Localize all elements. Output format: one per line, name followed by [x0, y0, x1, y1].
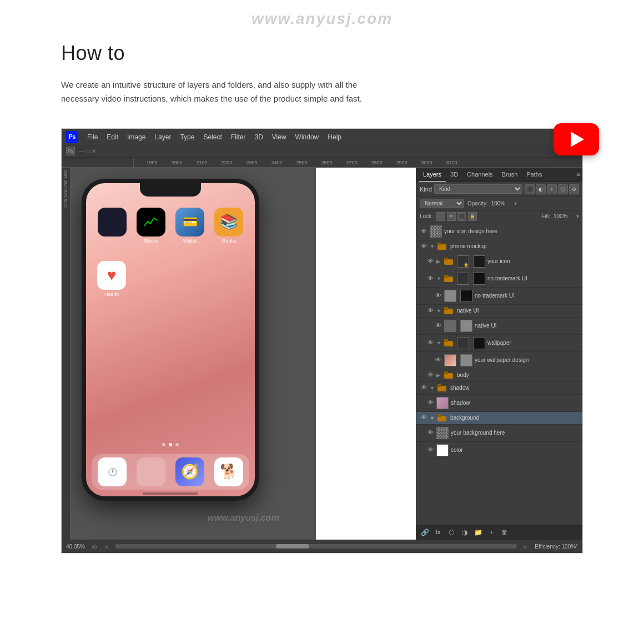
menu-view[interactable]: View	[269, 132, 290, 142]
eye-icon-15[interactable]: 👁	[426, 446, 434, 454]
expand-arrow-6[interactable]: ▼	[436, 308, 442, 314]
eye-icon-5[interactable]: 👁	[434, 292, 442, 300]
layer-name-shadow-folder: shadow	[450, 385, 579, 391]
lock-pixel-btn[interactable]: ⬚	[436, 212, 445, 221]
kind-vector-icon[interactable]: ⬡	[558, 184, 568, 194]
layer-phone-mockup[interactable]: 👁 ▼ phone mockup	[416, 240, 582, 253]
layer-color[interactable]: 👁 color	[416, 442, 582, 459]
kind-type-icon[interactable]: T	[547, 184, 557, 194]
panel-menu-icon[interactable]: ≡	[576, 170, 580, 178]
expand-arrow-4[interactable]: ▼	[436, 276, 442, 281]
play-icon	[571, 132, 584, 147]
folder-icon-4	[444, 275, 453, 282]
tab-channels[interactable]: Channels	[462, 168, 497, 182]
layer-thumb-9a	[444, 354, 456, 366]
layer-native-ui-folder[interactable]: 👁 ▼ native UI	[416, 305, 582, 318]
window-controls: — □ ✕	[79, 148, 96, 154]
fill-label: Fill:	[541, 213, 550, 219]
expand-arrow-10[interactable]: ▶	[436, 373, 442, 378]
layer-native-ui[interactable]: 👁 native UI	[416, 318, 582, 335]
svg-rect-1	[437, 243, 441, 245]
menu-layer[interactable]: Layer	[151, 132, 174, 142]
menu-edit[interactable]: Edit	[103, 132, 122, 142]
layer-body-folder[interactable]: 👁 ▶ body	[416, 369, 582, 382]
eye-icon-6[interactable]: 👁	[426, 307, 434, 315]
eye-icon-3[interactable]: 👁	[426, 258, 434, 265]
kind-select[interactable]: Kind	[434, 184, 522, 194]
menu-window[interactable]: Window	[292, 132, 323, 142]
folder-icon-11	[437, 384, 446, 391]
expand-arrow-2[interactable]: ▼	[430, 244, 435, 249]
kind-adjust-icon[interactable]: ◐	[536, 184, 546, 194]
lock-icons: ⬚ ✛ ⬛ 🔒	[436, 212, 477, 221]
layer-your-icon[interactable]: 👁 ▶ 🔒 your icon	[416, 253, 582, 270]
ps-tool-icon[interactable]: Ps	[66, 147, 75, 155]
ps-menubar: Ps File Edit Image Layer Type Select Fil…	[62, 129, 582, 145]
menu-file[interactable]: File	[84, 132, 101, 142]
status-zoom: 40,05%	[66, 544, 85, 550]
blend-mode-select[interactable]: Normal	[420, 199, 464, 208]
youtube-play-button[interactable]	[554, 123, 599, 155]
eye-icon-13[interactable]: 👁	[420, 414, 427, 422]
expand-arrow-8[interactable]: ▼	[436, 340, 442, 346]
kind-pixel-icon[interactable]: ⬛	[525, 184, 535, 194]
layer-no-trademark-folder[interactable]: 👁 ▼ no trademark UI	[416, 270, 582, 288]
lock-artboard-btn[interactable]: ⬛	[457, 212, 466, 221]
layer-no-trademark[interactable]: 👁 no trademark UI	[416, 288, 582, 305]
eye-icon-4[interactable]: 👁	[426, 275, 434, 283]
menu-image[interactable]: Image	[124, 132, 149, 142]
fx-icon[interactable]: fx	[433, 527, 443, 537]
tab-paths[interactable]: Paths	[522, 168, 546, 182]
tab-3d[interactable]: 3D	[446, 168, 462, 182]
link-icon[interactable]: 🔗	[420, 527, 430, 537]
ps-main-area: 1500 1600 1700 1800 www.anyusj.com	[62, 168, 582, 540]
eye-icon-14[interactable]: 👁	[426, 429, 434, 437]
svg-rect-13	[437, 384, 441, 387]
expand-arrow-11[interactable]: ▼	[430, 385, 435, 391]
layer-background-here[interactable]: 👁 your background here	[416, 425, 582, 442]
app-ibooks: 📚 iBooks	[213, 208, 245, 244]
layer-thumb-4b	[473, 273, 485, 285]
eye-icon-12[interactable]: 👁	[426, 399, 434, 407]
kind-smart-icon[interactable]: ⚙	[569, 184, 579, 194]
menu-type[interactable]: Type	[177, 132, 198, 142]
eye-icon[interactable]: 👁	[420, 228, 427, 235]
layer-wallpaper-folder[interactable]: 👁 ▼ wallpaper	[416, 335, 582, 352]
svg-rect-11	[444, 371, 448, 374]
status-scrollbar[interactable]	[115, 544, 517, 549]
menu-help[interactable]: Help	[324, 132, 345, 142]
lock-all-btn[interactable]: 🔒	[468, 212, 477, 221]
delete-layer-icon[interactable]: 🗑	[500, 527, 510, 537]
layer-thumb-shadow	[436, 397, 449, 409]
expand-arrow-13[interactable]: ▼	[430, 415, 435, 421]
adjust-icon[interactable]: ◑	[460, 527, 470, 537]
tab-brush[interactable]: Brush	[497, 168, 522, 182]
eye-icon-2[interactable]: 👁	[420, 243, 427, 250]
eye-icon-10[interactable]: 👁	[426, 371, 434, 379]
layer-icon-design[interactable]: 👁 your icon design here	[416, 223, 582, 240]
status-arrow-left[interactable]: ◀	[104, 544, 108, 550]
expand-arrow-3[interactable]: ▶	[436, 259, 442, 264]
folder-new-icon[interactable]: 📁	[473, 527, 483, 537]
status-arrow-right[interactable]: ▶	[524, 544, 528, 550]
eye-icon-8[interactable]: 👁	[426, 339, 434, 347]
lock-pos-btn[interactable]: ✛	[447, 212, 456, 221]
eye-icon-11[interactable]: 👁	[420, 384, 427, 392]
eye-icon-7[interactable]: 👁	[434, 322, 442, 330]
nav-icon[interactable]: ◎	[92, 543, 97, 550]
menu-filter[interactable]: Filter	[228, 132, 249, 142]
eye-icon-9[interactable]: 👁	[434, 356, 442, 364]
mask-icon[interactable]: ⬡	[446, 527, 456, 537]
menu-select[interactable]: Select	[200, 132, 225, 142]
layer-shadow[interactable]: 👁 shadow	[416, 395, 582, 412]
layer-name-native-ui-folder: native UI	[457, 308, 579, 314]
layer-thumb-color	[436, 444, 449, 456]
layer-thumb-9b	[460, 354, 472, 366]
new-layer-icon[interactable]: +	[486, 527, 496, 537]
layer-background-folder[interactable]: 👁 ▼ background	[416, 412, 582, 425]
layer-shadow-folder[interactable]: 👁 ▼ shadow	[416, 382, 582, 395]
layer-name-native-ui: native UI	[475, 323, 579, 329]
tab-layers[interactable]: Layers	[419, 168, 446, 182]
layer-wallpaper-design[interactable]: 👁 your wallpaper design	[416, 352, 582, 369]
menu-3d[interactable]: 3D	[251, 132, 266, 142]
